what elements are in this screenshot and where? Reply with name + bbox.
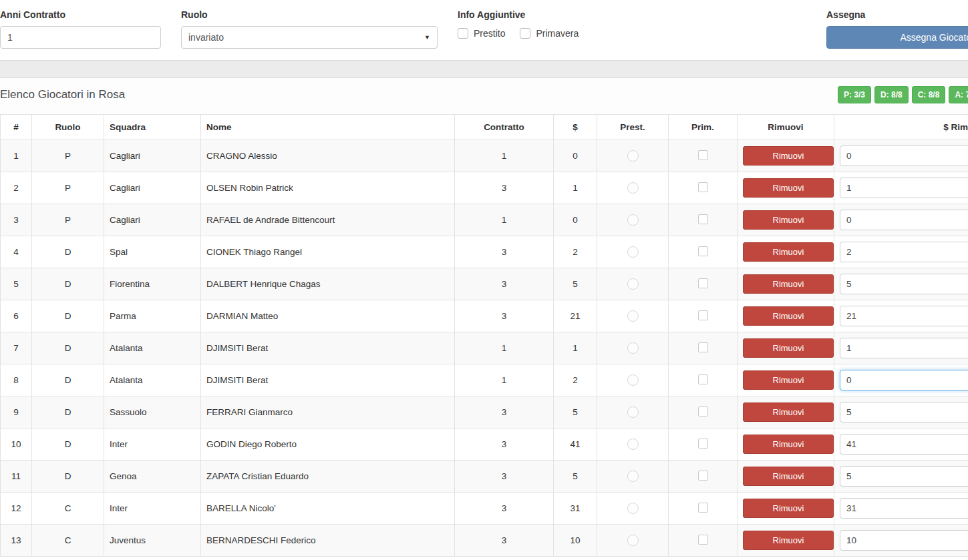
rimborso-input[interactable]: [840, 146, 968, 166]
primavera-row-checkbox[interactable]: [698, 535, 708, 545]
primavera-row-checkbox[interactable]: [698, 150, 708, 160]
primavera-row-checkbox[interactable]: [698, 439, 708, 449]
players-table-head: #RuoloSquadraNomeContratto$Prest.Prim.Ri…: [1, 115, 968, 140]
cost-cell: 5: [554, 461, 597, 493]
primavera-checkbox[interactable]: [520, 28, 530, 39]
rimuovi-button[interactable]: Rimuovi: [743, 402, 834, 422]
cost-cell: 5: [554, 396, 597, 429]
prestito-radio[interactable]: [627, 535, 639, 546]
prestito-cell: [597, 525, 669, 557]
prestito-radio[interactable]: [627, 503, 639, 514]
rimborso-input[interactable]: [840, 530, 968, 551]
primavera-row-checkbox[interactable]: [698, 278, 708, 288]
prestito-radio[interactable]: [627, 246, 639, 258]
primavera-cell: [669, 332, 738, 364]
role-cell: D: [32, 429, 104, 461]
rimuovi-button[interactable]: Rimuovi: [743, 178, 834, 198]
prestito-radio[interactable]: [627, 471, 639, 482]
prestito-radio[interactable]: [627, 342, 639, 354]
rimborso-input[interactable]: [840, 498, 968, 519]
primavera-row-checkbox[interactable]: [698, 406, 708, 416]
rimborso-cell: [834, 493, 968, 525]
role-cell: P: [32, 172, 104, 204]
rimuovi-button[interactable]: Rimuovi: [743, 467, 834, 486]
primavera-row-checkbox[interactable]: [698, 182, 708, 192]
player-name-cell: DARMIAN Matteo: [201, 300, 455, 332]
rimuovi-button[interactable]: Rimuovi: [743, 531, 834, 550]
rimborso-input[interactable]: [840, 466, 968, 487]
row-number-cell: 6: [1, 300, 32, 332]
prestito-radio[interactable]: [627, 150, 639, 162]
rimborso-input[interactable]: [840, 306, 968, 326]
player-name-cell: BARELLA Nicolo': [201, 493, 455, 525]
primavera-cell: [669, 140, 738, 172]
rimuovi-button[interactable]: Rimuovi: [743, 306, 834, 326]
rimuovi-button[interactable]: Rimuovi: [743, 242, 834, 262]
rimuovi-button[interactable]: Rimuovi: [743, 370, 834, 390]
rimborso-input[interactable]: [840, 370, 968, 390]
role-cell: D: [32, 268, 104, 300]
prestito-radio[interactable]: [627, 310, 639, 322]
rimborso-input[interactable]: [840, 210, 968, 230]
primavera-row-checkbox[interactable]: [698, 374, 708, 384]
rimborso-input[interactable]: [840, 338, 968, 358]
row-number-cell: 1: [1, 140, 32, 172]
team-cell: Spal: [104, 236, 201, 268]
team-cell: Juventus: [104, 525, 201, 557]
column-header: Squadra: [104, 115, 201, 140]
table-row: 8 D Atalanta DJIMSITI Berat 1 2 Rimuovi: [1, 364, 968, 396]
ruolo-select[interactable]: invariato ▼: [181, 26, 438, 49]
row-number-cell: 9: [1, 396, 32, 429]
rimborso-input[interactable]: [840, 402, 968, 423]
rimuovi-button[interactable]: Rimuovi: [743, 210, 834, 230]
prestito-radio[interactable]: [627, 406, 639, 418]
rimuovi-cell: Rimuovi: [738, 364, 834, 396]
prestito-radio[interactable]: [627, 214, 639, 226]
primavera-row-checkbox[interactable]: [698, 246, 708, 256]
rimuovi-button[interactable]: Rimuovi: [743, 435, 834, 454]
primavera-cell: [669, 461, 738, 493]
rimborso-input[interactable]: [840, 178, 968, 198]
column-header: $: [554, 115, 597, 140]
primavera-row-checkbox[interactable]: [698, 471, 708, 481]
prestito-radio[interactable]: [627, 439, 639, 450]
prestito-checkbox[interactable]: [458, 28, 468, 39]
player-name-cell: CRAGNO Alessio: [201, 140, 455, 172]
column-header: Nome: [201, 115, 455, 140]
primavera-row-checkbox[interactable]: [698, 503, 708, 513]
assegna-giocatore-button[interactable]: Assegna Giocatore: [826, 26, 968, 49]
primavera-row-checkbox[interactable]: [698, 310, 708, 320]
prestito-radio[interactable]: [627, 182, 639, 194]
prestito-checkbox-label: Prestito: [474, 28, 505, 39]
role-cell: P: [32, 140, 104, 172]
rimuovi-button[interactable]: Rimuovi: [743, 274, 834, 294]
primavera-row-checkbox[interactable]: [698, 342, 708, 352]
prestito-radio[interactable]: [627, 278, 639, 290]
row-number-cell: 12: [1, 493, 32, 525]
prestito-cell: [597, 332, 669, 364]
row-number-cell: 10: [1, 429, 32, 461]
prestito-cell: [597, 172, 669, 204]
rimuovi-cell: Rimuovi: [738, 332, 834, 364]
column-header: Rimuovi: [738, 115, 834, 140]
rimborso-cell: [834, 268, 968, 300]
contract-cell: 1: [455, 204, 554, 236]
primavera-checkbox-label: Primavera: [536, 28, 579, 39]
player-name-cell: ZAPATA Cristian Eduardo: [201, 461, 455, 493]
cost-cell: 31: [554, 493, 597, 525]
prestito-radio[interactable]: [627, 374, 639, 386]
divider-band: [0, 60, 968, 78]
primavera-row-checkbox[interactable]: [698, 214, 708, 224]
rimborso-input[interactable]: [840, 274, 968, 294]
rimuovi-cell: Rimuovi: [738, 172, 834, 204]
rimborso-input[interactable]: [840, 242, 968, 262]
anni-contratto-input[interactable]: [0, 26, 161, 49]
rimborso-input[interactable]: [840, 434, 968, 455]
rimborso-cell: [834, 172, 968, 204]
rimuovi-cell: Rimuovi: [738, 268, 834, 300]
rimuovi-button[interactable]: Rimuovi: [743, 146, 834, 166]
rimuovi-button[interactable]: Rimuovi: [743, 338, 834, 358]
rimuovi-button[interactable]: Rimuovi: [743, 499, 834, 518]
role-count-badges: P: 3/3D: 8/8C: 8/8A: 7/6: [838, 86, 968, 103]
contract-cell: 3: [455, 429, 554, 461]
